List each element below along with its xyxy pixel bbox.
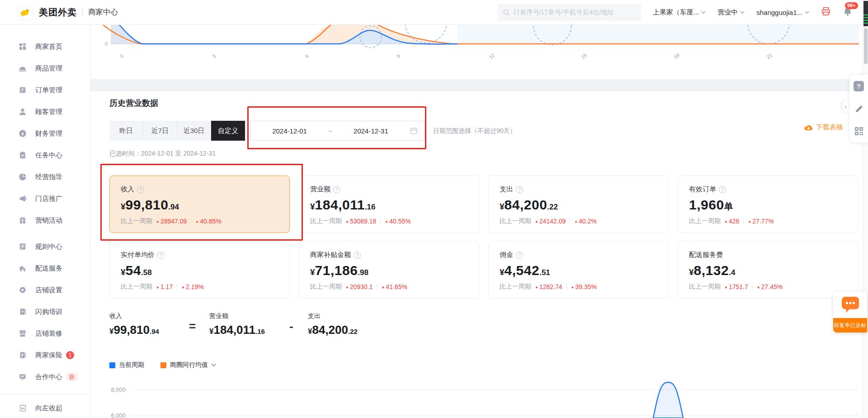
card-label: 商家补贴金额: [310, 251, 351, 259]
tab-yesterday[interactable]: 昨日: [109, 121, 143, 141]
sidebar-item-customer-mgmt[interactable]: 顾客管理: [0, 101, 90, 123]
card-comparison: 比上一周期▲1.17▲2.19%: [121, 283, 278, 291]
print-button[interactable]: [821, 6, 831, 18]
pencil-icon[interactable]: [854, 104, 864, 114]
card-label: 有效订单: [689, 185, 716, 194]
qr-grid-icon[interactable]: [854, 126, 864, 136]
sidebar-item-business-guidance[interactable]: 经营指导: [0, 166, 90, 188]
card-value: ¥71,186.98: [310, 263, 468, 278]
sidebar-item-merchant-home[interactable]: 商家首页: [0, 36, 90, 57]
card-value: ¥4,542.51: [500, 263, 657, 278]
download-table-button[interactable]: 下载表格: [804, 123, 843, 132]
stat-card-merchant-subsidy: 商家补贴金额? ¥71,186.98 比上一周期▲20930.1▲41.65%: [299, 241, 479, 299]
end-date[interactable]: 2024-12-31: [332, 127, 410, 135]
help-icon[interactable]: ?: [137, 186, 144, 193]
order-search[interactable]: [497, 4, 641, 21]
sidebar-item-rules-center[interactable]: 规则中心: [0, 236, 90, 257]
card-value: ¥99,810.94: [121, 197, 278, 213]
stat-card-income: 收入? ¥99,810.94 比上一周期▲28947.09▲40.85%: [109, 176, 290, 233]
help-icon[interactable]: ?: [157, 252, 165, 259]
card-comparison: 比上一周期▲1282.74▲39.35%: [500, 283, 657, 291]
help-icon[interactable]: ?: [719, 186, 726, 193]
sidebar-item-store-settings[interactable]: 店铺设置: [0, 279, 90, 301]
legend-peer-average[interactable]: 商圈同行均值: [160, 361, 216, 369]
notification-badge: 99+: [845, 2, 858, 9]
sidebar-item-marketing[interactable]: 营销活动: [0, 209, 90, 231]
help-icon[interactable]: ?: [516, 252, 523, 259]
card-label: 营业额: [310, 185, 330, 194]
trend-peak-curve: [651, 380, 687, 418]
x-axis-tick: 3: [211, 53, 217, 59]
chat-bubble-icon: [841, 296, 860, 314]
sidebar-item-order-mgmt[interactable]: 订单管理: [0, 79, 90, 101]
reply-rate-status: 回复率已达标: [833, 318, 867, 332]
rail-expand-button[interactable]: ›: [842, 99, 849, 114]
sidebar-item-task-center[interactable]: 任务中心: [0, 144, 90, 166]
sidebar-item-store-promotion[interactable]: 门店推广: [0, 188, 90, 209]
insurance-count-badge: 1: [66, 351, 74, 359]
page-scrollbar[interactable]: [863, 0, 868, 418]
y-axis-tick: 0: [105, 41, 108, 47]
section-title: 历史营业数据: [109, 98, 158, 109]
search-icon: [503, 9, 510, 16]
sidebar-item-flash-training[interactable]: 闪购培训: [0, 301, 90, 323]
help-icon[interactable]: ?: [516, 186, 523, 193]
dashboard-icon: [18, 42, 27, 51]
date-range-tabs: 昨日 近7日 近30日 自定义: [109, 121, 245, 141]
chevron-down-icon: [740, 11, 745, 14]
date-range-hint: 日期范围选择（不超过90天）: [433, 127, 516, 135]
card-label: 配送服务费: [689, 251, 723, 259]
stat-card-delivery-fee: 配送服务费 ¥8,132.4 比上一周期▲1751.7▲27.45%: [678, 241, 858, 299]
chart-legend: 当前周期 商圈同行均值: [109, 361, 232, 369]
sidebar-item-product-mgmt[interactable]: 商品管理: [0, 57, 90, 79]
sidebar-collapse-button[interactable]: 向左收起: [0, 397, 90, 418]
account-selector[interactable]: shangguojia1...: [756, 9, 809, 16]
x-axis-tick: 21: [765, 52, 773, 60]
new-badge: 新: [66, 373, 78, 381]
chevron-down-icon: [211, 363, 216, 367]
formula-revenue: 营业额 ¥184,011.16: [209, 312, 265, 337]
product-name: 商家中心: [88, 7, 118, 17]
help-icon[interactable]: ?: [354, 252, 361, 259]
x-axis-tick: 18: [673, 52, 680, 60]
card-label: 支出: [500, 185, 513, 194]
customer-service-widget[interactable]: 回复率已达标: [833, 292, 867, 332]
top-header: 美团外卖 商家中心 上果家（车厘... 营业中 shangguojia1...: [0, 0, 868, 25]
kangaroo-icon: [19, 6, 31, 18]
brand-divider: [82, 8, 83, 16]
card-value: ¥54.58: [121, 263, 278, 278]
orange-swatch: [160, 362, 166, 368]
start-date[interactable]: 2024-12-01: [251, 127, 328, 135]
card-comparison: 比上一周期▲53089.18▲40.55%: [310, 217, 468, 225]
date-range-picker[interactable]: 2024-12-01 ~ 2024-12-31: [250, 121, 425, 141]
card-value: ¥84,200.22: [500, 197, 657, 213]
clipboard-check-icon: [18, 151, 27, 160]
search-input[interactable]: [513, 9, 635, 16]
sidebar-item-merchant-insurance[interactable]: 商家保险 1: [0, 344, 90, 366]
tab-last-30-days[interactable]: 近30日: [177, 121, 211, 141]
notifications-button[interactable]: 99+: [843, 6, 853, 19]
stat-card-valid-orders: 有效订单? 1,960单 比上一周期▲426▲27.77%: [678, 176, 858, 233]
x-axis-tick: 6: [304, 53, 309, 59]
sidebar-item-cooperation-center[interactable]: 合作中心 新: [0, 366, 90, 388]
help-icon[interactable]: ?: [333, 186, 340, 193]
meituan-logo[interactable]: [17, 4, 33, 20]
scrollbar-thumb[interactable]: [864, 28, 868, 64]
rulebook-icon: [18, 242, 27, 251]
store-selector[interactable]: 上果家（车厘...: [653, 8, 706, 17]
business-status-selector[interactable]: 营业中: [717, 8, 745, 17]
help-button[interactable]: ?: [854, 81, 864, 91]
tab-custom[interactable]: 自定义: [211, 121, 245, 141]
delivery-scooter-icon: [18, 264, 27, 273]
sidebar-item-store-decoration[interactable]: 店铺装修: [0, 323, 90, 344]
x-axis-tick: 9: [396, 53, 401, 59]
sidebar-item-delivery-service[interactable]: 配送服务: [0, 257, 90, 279]
tab-last-7-days[interactable]: 近7日: [143, 121, 177, 141]
y-axis-label: 6,000: [94, 412, 126, 418]
gift-icon: [18, 216, 27, 225]
sidebar-item-finance-mgmt[interactable]: ¥ 财务管理: [0, 123, 90, 144]
legend-current-period[interactable]: 当前周期: [109, 361, 144, 369]
insurance-book-icon: [18, 351, 27, 360]
card-comparison: 比上一周期▲1751.7▲27.45%: [689, 283, 847, 291]
dish-cloche-icon: [18, 64, 27, 73]
